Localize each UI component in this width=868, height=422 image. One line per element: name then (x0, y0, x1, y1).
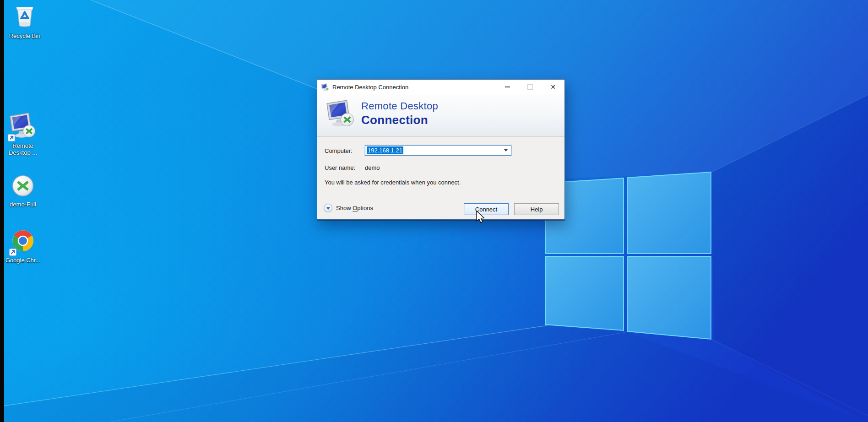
icon-label: demo-Full (10, 201, 36, 208)
icon-label: Recycle Bin (9, 32, 41, 39)
show-options-label: Show Options (336, 205, 373, 211)
window-title: Remote Desktop Connection (332, 84, 496, 91)
computer-value-selected-text[interactable]: 192.168.1.21 (367, 146, 403, 154)
desktop-icon-demo-full[interactable]: demo-Full (2, 174, 44, 208)
show-options-button[interactable]: Show Options (324, 204, 373, 212)
dialog-banner: Remote Desktop Connection (317, 94, 564, 137)
chevron-down-icon (326, 207, 330, 210)
banner-text: Remote Desktop Connection (361, 100, 438, 127)
show-options-expander[interactable] (324, 204, 332, 212)
dialog-body: Computer: 192.168.1.21 User name: demo Y… (317, 137, 564, 219)
desktop-icon-recycle-bin[interactable]: Recycle Bin (4, 3, 46, 39)
minimize-button[interactable] (496, 80, 519, 94)
help-button-label: Help (531, 206, 543, 213)
remote-desktop-icon (9, 112, 37, 141)
rdc-dialog-window: Remote Desktop Connection ✕ Remote Deskt… (317, 79, 565, 220)
banner-title-line2: Connection (361, 113, 438, 127)
mouse-cursor (475, 210, 485, 226)
maximize-icon (527, 84, 533, 90)
credentials-info-text: You will be asked for credentials when y… (325, 179, 461, 186)
icon-label: Google Chr... (5, 257, 41, 264)
computer-label: Computer: (325, 147, 353, 154)
desktop-icon-remote-desktop[interactable]: Remote Desktop ... (2, 112, 44, 156)
username-label: User name: (325, 164, 355, 171)
shortcut-arrow-icon (9, 249, 16, 256)
icon-label: Remote Desktop ... (9, 142, 37, 156)
titlebar[interactable]: Remote Desktop Connection ✕ (317, 80, 564, 94)
chevron-down-icon[interactable] (504, 149, 508, 151)
close-button[interactable]: ✕ (542, 80, 564, 94)
maximize-button (519, 80, 542, 94)
rdc-app-icon (321, 83, 329, 91)
minimize-icon (505, 87, 510, 87)
banner-title-line1: Remote Desktop (361, 100, 438, 112)
recycle-bin-icon (11, 3, 38, 31)
desktop-icon-google-chrome[interactable]: Google Chr... (2, 228, 44, 264)
computer-combobox[interactable]: 192.168.1.21 (365, 145, 511, 156)
chrome-icon (10, 228, 36, 255)
rdp-file-icon (11, 174, 35, 200)
shortcut-arrow-icon (8, 134, 15, 141)
username-value: demo (365, 164, 380, 171)
connect-button[interactable]: Connect (464, 203, 509, 215)
help-button[interactable]: Help (514, 203, 559, 215)
close-icon: ✕ (550, 84, 556, 90)
letterbox-bar (0, 0, 4, 422)
rdc-banner-icon (326, 99, 356, 130)
